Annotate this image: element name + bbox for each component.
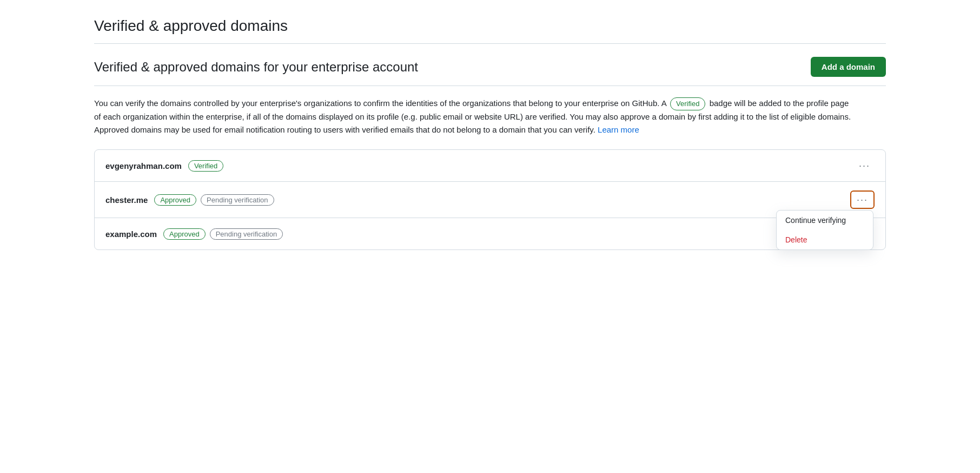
verified-badge-inline: Verified <box>670 97 705 111</box>
section-divider <box>94 86 886 86</box>
badge-approved-example: Approved <box>163 228 206 240</box>
learn-more-link[interactable]: Learn more <box>598 125 639 134</box>
three-dots-button-evgenyrahman[interactable]: ··· <box>855 159 875 173</box>
page-title: Verified & approved domains <box>94 17 886 35</box>
description-text: You can verify the domains controlled by… <box>94 97 851 136</box>
dropdown-menu-chester: Continue verifying Delete <box>776 210 873 250</box>
domain-actions-evgenyrahman: ··· <box>855 159 875 173</box>
badge-pending-chester: Pending verification <box>201 194 274 206</box>
section-header: Verified & approved domains for your ent… <box>94 57 886 77</box>
badge-pending-example: Pending verification <box>210 228 283 240</box>
domain-row-chester: chester.me Approved Pending verification… <box>95 182 885 218</box>
top-divider <box>94 43 886 44</box>
badge-verified-evgenyrahman: Verified <box>188 160 223 172</box>
domain-name-chester: chester.me <box>105 195 148 205</box>
domain-name-example: example.com <box>105 229 157 239</box>
dots-container-chester: ··· Continue verifying Delete <box>850 190 875 209</box>
badge-approved-chester: Approved <box>154 194 196 206</box>
delete-domain-button[interactable]: Delete <box>777 230 873 249</box>
three-dots-button-chester[interactable]: ··· <box>852 193 872 207</box>
continue-verifying-button[interactable]: Continue verifying <box>777 211 873 230</box>
domain-row-evgenyrahman: evgenyrahman.com Verified ··· <box>95 150 885 182</box>
domain-name-evgenyrahman: evgenyrahman.com <box>105 161 182 170</box>
domain-actions-chester: ··· Continue verifying Delete <box>850 190 875 209</box>
domains-table: evgenyrahman.com Verified ··· chester.me… <box>94 149 886 250</box>
section-title: Verified & approved domains for your ent… <box>94 60 418 75</box>
domain-row-example: example.com Approved Pending verificatio… <box>95 218 885 249</box>
dots-container-evgenyrahman: ··· <box>855 159 875 173</box>
add-domain-button[interactable]: Add a domain <box>811 57 886 77</box>
description-part1: You can verify the domains controlled by… <box>94 98 666 108</box>
page-container: Verified & approved domains Verified & a… <box>68 0 912 267</box>
